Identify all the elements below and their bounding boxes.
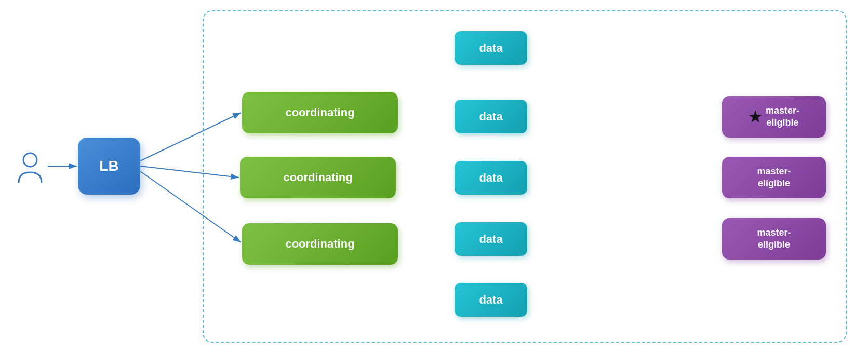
user-icon — [15, 151, 46, 182]
master-label-2: master-eligible — [757, 166, 791, 190]
svg-point-5 — [23, 153, 37, 167]
coord-label-3: coordinating — [285, 237, 354, 251]
master-node-1: ★ master-eligible — [722, 96, 826, 138]
data-node-3: data — [455, 161, 527, 195]
coord-label-1: coordinating — [285, 106, 354, 119]
master-star-icon: ★ — [749, 108, 762, 126]
data-label-4: data — [479, 233, 502, 246]
master-label-1: master-eligible — [766, 105, 799, 129]
diagram-container: LB coordinating coordinating coordinatin… — [0, 0, 868, 354]
master-label-3: master-eligible — [757, 227, 791, 251]
data-label-5: data — [479, 293, 502, 307]
data-node-1: data — [455, 31, 527, 65]
lb-node: LB — [78, 138, 140, 195]
coordinating-node-2: coordinating — [240, 157, 396, 198]
data-node-2: data — [455, 100, 527, 133]
master-node-2: master-eligible — [722, 157, 826, 198]
coordinating-node-3: coordinating — [242, 223, 398, 265]
lb-label: LB — [99, 158, 118, 174]
data-label-3: data — [479, 171, 502, 185]
coordinating-node-1: coordinating — [242, 92, 398, 133]
data-label-2: data — [479, 110, 502, 124]
data-node-4: data — [455, 222, 527, 256]
data-label-1: data — [479, 42, 502, 55]
data-node-5: data — [455, 283, 527, 317]
master-node-3: master-eligible — [722, 218, 826, 260]
coord-label-2: coordinating — [283, 171, 352, 184]
